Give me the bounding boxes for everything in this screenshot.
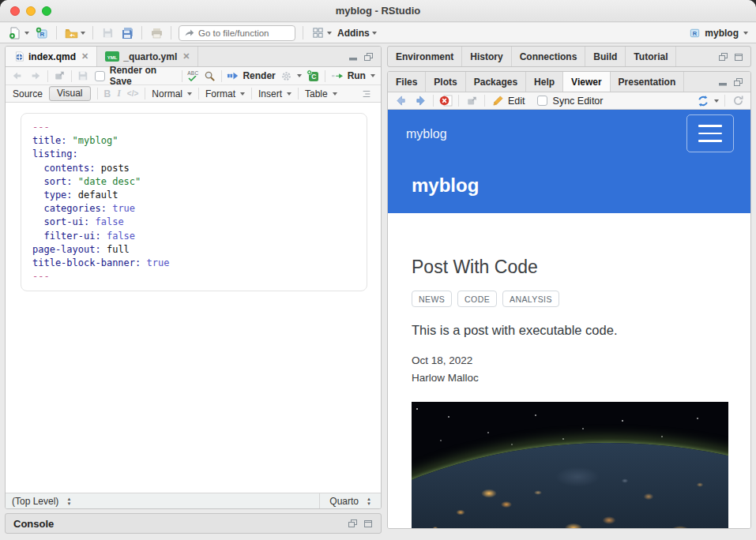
tab-label: Packages [474,77,517,88]
back-icon[interactable] [11,69,24,83]
tab-files[interactable]: Files [388,72,426,92]
open-in-window-icon[interactable] [465,94,479,108]
pencil-icon [491,94,505,108]
viewer-forward-icon[interactable] [413,94,427,108]
render-on-save-checkbox[interactable] [95,71,105,81]
spellcheck-icon[interactable]: ABC [187,71,198,81]
open-file-button[interactable] [64,26,85,40]
goto-file-search[interactable] [179,25,295,41]
updown-icon: ▲▼ [66,497,71,506]
console-pane: Console [5,513,382,534]
tab-label: Build [593,51,617,62]
restore-pane-icon[interactable] [718,52,728,62]
hamburger-menu-button[interactable] [686,114,734,152]
save-all-button[interactable] [120,26,134,40]
restore-pane-icon[interactable] [733,77,743,87]
minimize-pane-icon[interactable] [718,77,728,87]
earth-night-photo [412,402,728,528]
traffic-lights [10,6,51,16]
tab-quarto-yml[interactable]: YML _quarto.yml ✕ [97,47,198,66]
render-settings-button[interactable] [280,70,302,82]
restore-pane-icon[interactable] [363,52,374,62]
code-button[interactable]: </> [127,89,138,98]
tab-viewer[interactable]: Viewer [563,71,610,92]
table-menu[interactable]: Table [305,88,337,99]
tab-label: Connections [520,51,577,62]
viewer-sync-button[interactable] [697,95,719,107]
addins-button[interactable]: Addins [337,28,377,39]
insert-menu[interactable]: Insert [258,88,291,99]
tab-build[interactable]: Build [585,47,626,66]
post-date: Oct 18, 2022 [412,354,728,366]
city-lights-decoration [412,402,728,528]
open-in-window-icon[interactable] [53,69,66,83]
yaml-metadata-block[interactable]: ---title: "myblog"listing: contents: pos… [21,113,367,291]
minimize-pane-icon[interactable] [348,52,358,62]
new-project-button[interactable]: R [35,26,49,40]
format-toolbar: Source Visual B I </> Normal Format Inse… [6,85,381,103]
italic-button[interactable]: I [117,88,121,99]
tab-index-qmd[interactable]: index.qmd ✕ [6,47,97,66]
print-button[interactable] [149,26,164,40]
paragraph-style-dropdown[interactable]: Normal [152,88,192,99]
maximize-pane-icon[interactable] [734,52,743,62]
tab-help[interactable]: Help [526,72,563,92]
tab-label: index.qmd [28,51,76,62]
tab-history[interactable]: History [462,47,511,66]
restore-pane-icon[interactable] [348,519,358,528]
insert-chunk-icon[interactable]: C [307,69,320,83]
tab-label: Files [396,77,417,88]
viewer-back-icon[interactable] [393,94,408,108]
stop-clear-icon[interactable] [439,94,453,108]
scope-selector[interactable]: (Top Level) ▲▼ [12,496,71,507]
tab-environment[interactable]: Environment [388,47,462,66]
open-folder-icon [64,26,78,40]
source-mode-button[interactable]: Source [13,88,43,99]
category-badge[interactable]: CODE [457,291,497,307]
close-window-icon[interactable] [10,6,20,16]
yml-file-icon: YML [105,51,119,62]
save-icon[interactable] [77,69,90,83]
run-button[interactable]: Run [330,70,375,81]
tab-connections[interactable]: Connections [512,47,586,66]
edit-button[interactable]: Edit [491,94,525,108]
save-button[interactable] [100,26,115,40]
visual-editor-canvas[interactable]: ---title: "myblog"listing: contents: pos… [6,103,381,493]
render-button[interactable]: Render [227,70,275,81]
maximize-pane-icon[interactable] [363,519,373,528]
yaml-code: ---title: "myblog"listing: contents: pos… [32,121,355,283]
goto-file-input[interactable] [198,28,290,38]
tab-tutorial[interactable]: Tutorial [626,47,676,66]
outline-icon[interactable] [359,87,374,101]
refresh-icon[interactable] [731,94,745,108]
render-label: Render [243,70,275,81]
files-viewer-pane: Files Plots Packages Help Viewer Present… [387,71,751,529]
search-icon[interactable] [203,69,216,83]
viewer-content[interactable]: myblog myblog Post With Code NEWS CODE A… [388,110,750,528]
category-badge[interactable]: NEWS [412,291,452,307]
format-menu[interactable]: Format [205,88,245,99]
project-menu-button[interactable]: R myblog [687,26,748,40]
zoom-window-icon[interactable] [42,6,51,16]
category-badges: NEWS CODE ANALYSIS [412,291,728,307]
new-file-button[interactable] [8,26,29,40]
svg-text:R: R [40,31,45,38]
tab-label: Presentation [619,77,676,88]
close-icon[interactable]: ✕ [182,51,190,62]
navbar-brand-link[interactable]: myblog [406,127,447,141]
tab-packages[interactable]: Packages [466,72,526,92]
language-mode-selector[interactable]: Quarto ▲▼ [319,493,374,508]
chevron-down-icon [24,32,29,35]
sync-editor-checkbox[interactable] [537,96,547,106]
visual-mode-button[interactable]: Visual [49,86,90,101]
minimize-window-icon[interactable] [26,6,36,16]
workspace-panes-button[interactable] [310,26,332,40]
post-description: This is a post with executable code. [412,323,728,338]
tab-label: Tutorial [634,51,668,62]
bold-button[interactable]: B [104,88,111,99]
tab-plots[interactable]: Plots [426,72,465,92]
forward-icon[interactable] [29,69,43,83]
category-badge[interactable]: ANALYSIS [502,291,559,307]
tab-presentation[interactable]: Presentation [611,72,685,92]
close-icon[interactable]: ✕ [81,51,88,62]
